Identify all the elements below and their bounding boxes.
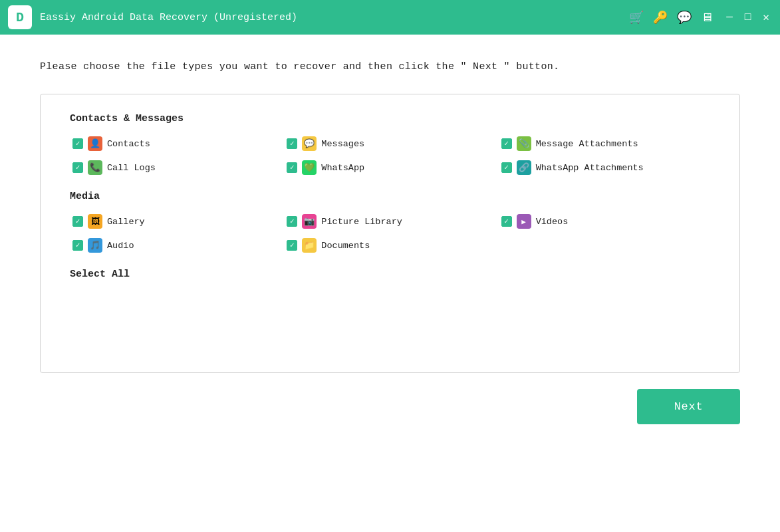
call-logs-icon: 📞: [88, 160, 102, 175]
toolbar-icons: 🛒 🔑 💬 🖥: [629, 10, 713, 25]
key-icon[interactable]: 🔑: [653, 10, 668, 25]
picture-library-label: Picture Library: [321, 217, 402, 227]
videos-checkbox[interactable]: [501, 216, 512, 227]
picture-library-checkbox[interactable]: [287, 216, 297, 227]
videos-item[interactable]: ▶ Videos: [501, 214, 715, 229]
audio-icon: 🎵: [88, 238, 102, 253]
cart-icon[interactable]: 🛒: [629, 10, 644, 25]
call-logs-checkbox[interactable]: [72, 162, 83, 173]
maximize-button[interactable]: □: [742, 10, 754, 25]
media-label: Media: [70, 191, 100, 202]
contacts-messages-section-header: Contacts & Messages: [65, 113, 715, 124]
contacts-icon: 👤: [88, 136, 102, 151]
picture-library-icon: 📷: [302, 214, 317, 229]
whatsapp-attachments-icon: 🔗: [517, 160, 531, 175]
main-content: Please choose the file types you want to…: [0, 35, 780, 532]
documents-icon: 📁: [302, 238, 317, 253]
app-logo: D: [8, 5, 32, 29]
gallery-label: Gallery: [107, 217, 145, 227]
call-logs-item[interactable]: 📞 Call Logs: [72, 160, 287, 175]
app-title: Eassiy Android Data Recovery (Unregister…: [40, 12, 629, 23]
screen-icon[interactable]: 🖥: [701, 11, 713, 25]
message-attachments-label: Message Attachments: [536, 139, 638, 149]
whatsapp-item[interactable]: 💚 WhatsApp: [287, 160, 501, 175]
minimize-button[interactable]: —: [723, 10, 735, 25]
documents-label: Documents: [321, 241, 370, 251]
chat-icon[interactable]: 💬: [677, 10, 692, 25]
whatsapp-attachments-item[interactable]: 🔗 WhatsApp Attachments: [501, 160, 715, 175]
whatsapp-attachments-checkbox[interactable]: [501, 162, 512, 173]
messages-checkbox[interactable]: [287, 138, 297, 149]
call-logs-label: Call Logs: [107, 163, 156, 173]
gallery-item[interactable]: 🖼 Gallery: [72, 214, 287, 229]
instruction-text: Please choose the file types you want to…: [40, 61, 740, 72]
picture-library-item[interactable]: 📷 Picture Library: [287, 214, 501, 229]
titlebar: D Eassiy Android Data Recovery (Unregist…: [0, 0, 780, 35]
documents-item[interactable]: 📁 Documents: [287, 238, 501, 253]
contacts-checkbox[interactable]: [72, 138, 83, 149]
next-button[interactable]: Next: [637, 389, 740, 424]
contacts-messages-grid: 👤 Contacts 💬 Messages 📎 Message Attachme…: [72, 136, 715, 175]
select-all-label: Select All: [70, 269, 130, 280]
documents-checkbox[interactable]: [287, 240, 297, 251]
window-controls: — □ ✕: [723, 9, 772, 25]
message-attachments-icon: 📎: [517, 136, 531, 151]
whatsapp-checkbox[interactable]: [287, 162, 297, 173]
gallery-checkbox[interactable]: [72, 216, 83, 227]
messages-label: Messages: [321, 139, 364, 149]
media-grid: 🖼 Gallery 📷 Picture Library ▶ Videos 🎵 A…: [72, 214, 715, 253]
contacts-messages-label: Contacts & Messages: [70, 113, 184, 124]
contacts-label: Contacts: [107, 139, 150, 149]
whatsapp-icon: 💚: [302, 160, 317, 175]
audio-label: Audio: [107, 241, 134, 251]
file-types-panel: Contacts & Messages 👤 Contacts 💬 Message…: [40, 94, 740, 373]
select-all-row[interactable]: Select All: [65, 269, 715, 280]
whatsapp-label: WhatsApp: [321, 163, 364, 173]
close-button[interactable]: ✕: [760, 9, 772, 25]
messages-item[interactable]: 💬 Messages: [287, 136, 501, 151]
messages-icon: 💬: [302, 136, 317, 151]
audio-checkbox[interactable]: [72, 240, 83, 251]
whatsapp-attachments-label: WhatsApp Attachments: [536, 163, 644, 173]
videos-label: Videos: [536, 217, 569, 227]
videos-icon: ▶: [517, 214, 531, 229]
bottom-bar: Next: [40, 389, 740, 424]
media-section-header: Media: [65, 191, 715, 202]
gallery-icon: 🖼: [88, 214, 102, 229]
message-attachments-checkbox[interactable]: [501, 138, 512, 149]
audio-item[interactable]: 🎵 Audio: [72, 238, 287, 253]
contacts-item[interactable]: 👤 Contacts: [72, 136, 287, 151]
message-attachments-item[interactable]: 📎 Message Attachments: [501, 136, 715, 151]
